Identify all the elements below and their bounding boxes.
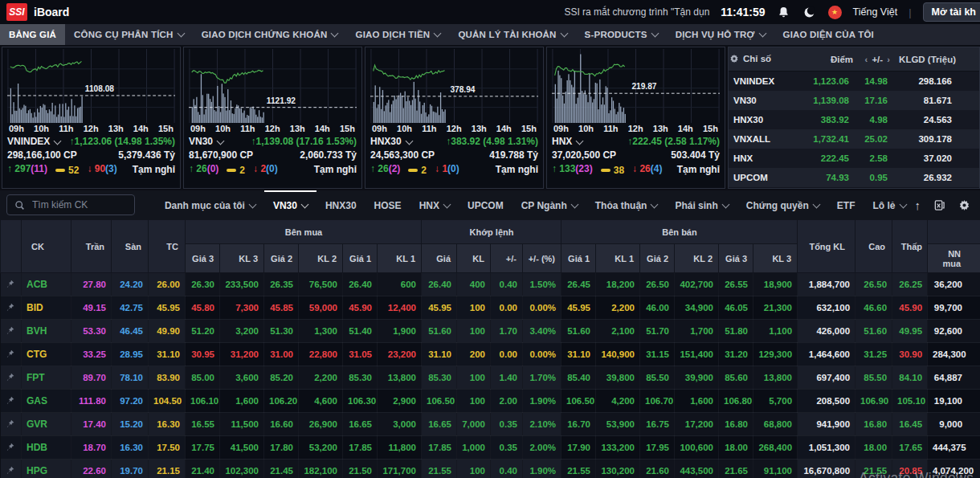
col-sell-gia2[interactable]: Giá 2 xyxy=(640,244,675,273)
pin-icon[interactable] xyxy=(1,343,22,366)
cell-sell-price-1[interactable]: 16.70 xyxy=(561,413,596,436)
cell-sell-price-3[interactable]: 31.20 xyxy=(719,343,753,366)
cell-sell-price-3[interactable]: 16.80 xyxy=(719,413,753,436)
pin-icon[interactable] xyxy=(1,413,22,436)
cell-match-price[interactable]: 16.65 xyxy=(422,413,457,436)
col-sell-kl3[interactable]: KL 3 xyxy=(753,244,798,273)
cell-sell-price-2[interactable]: 16.75 xyxy=(640,413,675,436)
pin-icon[interactable] xyxy=(1,390,22,413)
cell-sell-price-3[interactable]: 106.80 xyxy=(719,390,753,413)
col-san[interactable]: Sàn xyxy=(112,220,149,273)
col-cao[interactable]: Cao xyxy=(855,220,892,273)
tab-phái-sinh[interactable]: Phái sinh xyxy=(666,190,737,219)
cell-buy-price-3[interactable]: 21.40 xyxy=(186,460,220,478)
cell-buy-price-3[interactable]: 26.30 xyxy=(186,273,220,296)
cell-ticker[interactable]: BID xyxy=(22,296,71,320)
nav-item-7[interactable]: GIAO DIỆN CỦA TÔI xyxy=(774,24,884,45)
cell-buy-price-2[interactable]: 26.35 xyxy=(264,273,299,296)
col-tc[interactable]: TC xyxy=(149,220,186,273)
cell-match-price[interactable]: 106.50 xyxy=(422,390,457,413)
col-sell-gia1[interactable]: Giá 1 xyxy=(561,244,596,273)
col-buy-kl1[interactable]: KL 1 xyxy=(378,244,422,273)
pin-icon[interactable] xyxy=(1,436,22,460)
search-input[interactable] xyxy=(31,198,127,211)
pager-right-icon[interactable]: › xyxy=(885,55,892,64)
index-name-dropdown[interactable]: VN30 xyxy=(189,135,223,149)
col-buy-gia2[interactable]: Giá 2 xyxy=(264,244,299,273)
cell-sell-price-3[interactable]: 46.05 xyxy=(719,296,753,320)
cell-sell-price-1[interactable]: 31.10 xyxy=(561,343,596,366)
col-sell-gia3[interactable]: Giá 3 xyxy=(719,244,753,273)
index-header-klgd[interactable]: KLGD (Triệu) xyxy=(892,47,957,71)
cell-buy-price-1[interactable]: 26.40 xyxy=(343,273,378,296)
cell-ticker[interactable]: GAS xyxy=(22,390,71,413)
col-match-chg[interactable]: +/- xyxy=(491,244,523,273)
cell-sell-price-1[interactable]: 17.90 xyxy=(561,436,596,460)
cell-match-price[interactable]: 17.85 xyxy=(422,436,457,460)
cell-buy-price-2[interactable]: 21.45 xyxy=(264,460,299,478)
tab-hose[interactable]: HOSE xyxy=(365,190,410,219)
cell-ticker[interactable]: HDB xyxy=(22,436,71,460)
cell-buy-price-1[interactable]: 17.85 xyxy=(343,436,378,460)
tab-cp-ngành[interactable]: CP Ngành xyxy=(512,190,586,219)
cell-sell-price-1[interactable]: 45.95 xyxy=(561,296,596,320)
cell-sell-price-3[interactable]: 21.65 xyxy=(719,460,753,478)
cell-buy-price-2[interactable]: 16.60 xyxy=(264,413,299,436)
cell-buy-price-1[interactable]: 106.30 xyxy=(343,390,378,413)
pin-icon[interactable] xyxy=(1,366,22,390)
cell-sell-price-3[interactable]: 26.55 xyxy=(719,273,753,296)
col-buy-kl3[interactable]: KL 3 xyxy=(220,244,264,273)
index-name-dropdown[interactable]: HNX30 xyxy=(370,135,412,149)
index-header-gtgd[interactable]: GTGD xyxy=(957,47,980,71)
cell-buy-price-2[interactable]: 85.20 xyxy=(264,366,299,390)
cell-sell-price-3[interactable]: 51.80 xyxy=(719,320,753,343)
cell-buy-price-2[interactable]: 17.80 xyxy=(264,436,299,460)
cell-buy-price-3[interactable]: 16.55 xyxy=(186,413,220,436)
cell-sell-price-1[interactable]: 26.45 xyxy=(561,273,596,296)
tab-danh-mục-của-tôi[interactable]: Danh mục của tôi xyxy=(156,190,264,219)
col-nn-mua[interactable]: NN mua xyxy=(928,244,980,273)
tab-vn30[interactable]: VN30 xyxy=(264,190,316,219)
cell-sell-price-1[interactable]: 21.55 xyxy=(561,460,596,478)
language-label[interactable]: Tiếng Việt xyxy=(853,6,898,18)
cell-buy-price-2[interactable]: 51.30 xyxy=(264,320,299,343)
nav-item-4[interactable]: QUẢN LÝ TÀI KHOẢN xyxy=(449,24,575,45)
col-thap[interactable]: Thấp xyxy=(892,220,928,273)
cell-ticker[interactable]: FPT xyxy=(22,366,71,390)
cell-buy-price-2[interactable]: 45.85 xyxy=(264,296,299,320)
nav-item-6[interactable]: DỊCH VỤ HỖ TRỢ xyxy=(667,24,774,45)
cell-buy-price-3[interactable]: 17.75 xyxy=(186,436,220,460)
tab-upcom[interactable]: UPCOM xyxy=(459,190,512,219)
nav-item-3[interactable]: GIAO DỊCH TIỀN xyxy=(346,24,449,45)
cell-match-price[interactable]: 21.55 xyxy=(422,460,457,478)
col-match-gia[interactable]: Giá xyxy=(422,244,457,273)
cell-sell-price-2[interactable]: 85.50 xyxy=(640,366,675,390)
index-row-vnxall[interactable]: VNXALL1,732.4125.02309.1785,660. xyxy=(729,129,980,149)
stock-search-box[interactable] xyxy=(6,194,135,215)
col-sell-kl2[interactable]: KL 2 xyxy=(675,244,719,273)
col-tran[interactable]: Trần xyxy=(71,220,112,273)
cell-match-price[interactable]: 51.60 xyxy=(422,320,457,343)
pin-icon[interactable] xyxy=(1,273,22,296)
col-buy-gia3[interactable]: Giá 3 xyxy=(186,244,220,273)
cell-sell-price-3[interactable]: 18.00 xyxy=(719,436,753,460)
cell-match-price[interactable]: 31.10 xyxy=(422,343,457,366)
pin-icon[interactable] xyxy=(1,460,22,478)
index-name-dropdown[interactable]: VNINDEX xyxy=(7,135,60,149)
dark-mode-moon-icon[interactable] xyxy=(802,5,817,19)
cell-match-price[interactable]: 85.30 xyxy=(422,366,457,390)
index-name-dropdown[interactable]: HNX xyxy=(552,135,582,149)
index-row-hnx30[interactable]: HNX30383.924.9824.563419. xyxy=(729,110,980,129)
cell-ticker[interactable]: ACB xyxy=(22,273,71,296)
col-match-kl[interactable]: KL xyxy=(457,244,491,273)
cell-buy-price-1[interactable]: 45.90 xyxy=(343,296,378,320)
bell-icon[interactable] xyxy=(777,5,791,19)
cell-sell-price-2[interactable]: 46.00 xyxy=(640,296,675,320)
cell-sell-price-2[interactable]: 31.15 xyxy=(640,343,675,366)
index-row-vnindex[interactable]: VNINDEX1,123.0614.98298.1665,379. xyxy=(729,71,980,92)
cell-ticker[interactable]: BVH xyxy=(22,320,71,343)
tab-hnx[interactable]: HNX xyxy=(410,190,459,219)
tab-hnx30[interactable]: HNX30 xyxy=(316,190,365,219)
cell-buy-price-3[interactable]: 30.95 xyxy=(186,343,220,366)
cell-buy-price-3[interactable]: 85.00 xyxy=(186,366,220,390)
